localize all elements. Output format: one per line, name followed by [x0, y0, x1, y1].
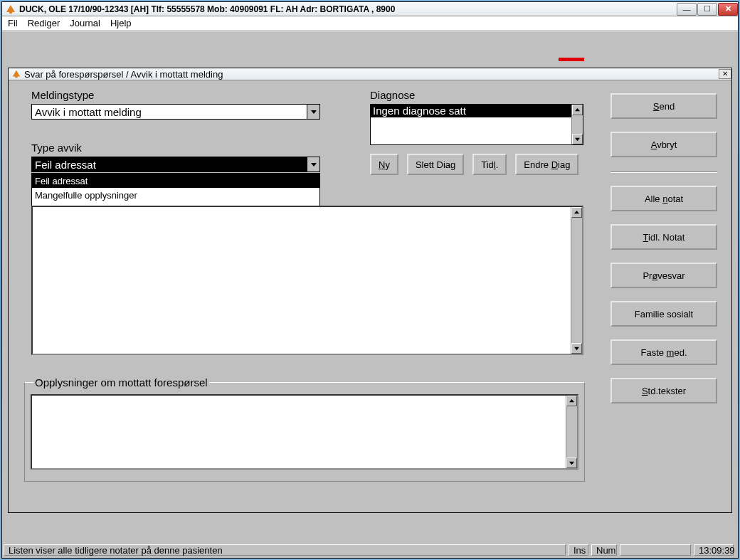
opplysninger-group: Opplysninger om mottatt forespørsel: [24, 376, 585, 482]
scroll-down-icon[interactable]: [566, 458, 577, 468]
dialog-icon: [11, 69, 21, 79]
textarea-scrollbar[interactable]: [571, 207, 582, 354]
diagnose-list[interactable]: Ingen diagnose satt: [370, 104, 583, 145]
meldingstype-value: Avvik i mottatt melding: [32, 106, 142, 118]
status-time: 13:09:39: [694, 544, 734, 556]
app-icon: [5, 4, 16, 15]
scroll-down-icon[interactable]: [571, 343, 582, 354]
provesvar-button[interactable]: Prøvesvar: [610, 263, 717, 288]
menu-fil[interactable]: Fil: [8, 18, 18, 28]
separator: [610, 171, 717, 173]
scroll-down-icon[interactable]: [572, 134, 583, 144]
alle-notat-button[interactable]: Alle notat: [610, 186, 717, 211]
scroll-up-icon[interactable]: [572, 105, 583, 115]
dropdown-arrow-icon: [307, 105, 319, 119]
dropdown-arrow-icon: [307, 157, 319, 171]
familie-sosialt-button[interactable]: Familie sosialt: [610, 301, 717, 327]
right-button-column: Send Avbryt Alle notat Tidl. Notat Prøve…: [610, 93, 717, 416]
avbryt-button[interactable]: Avbryt: [610, 132, 717, 157]
main-textarea[interactable]: [31, 206, 583, 355]
dialog-window: Svar på forespørspørsel / Avvik i mottat…: [8, 68, 732, 513]
typeavvik-select[interactable]: Feil adressat: [31, 157, 320, 172]
diagnose-label: Diagnose: [370, 89, 583, 101]
maximize-button[interactable]: ☐: [697, 3, 717, 16]
scroll-up-icon[interactable]: [566, 396, 577, 406]
red-accent: [559, 58, 584, 61]
opplysninger-label: Opplysninger om mottatt forespørsel: [33, 376, 209, 389]
statusbar: Listen viser alle tidligere notater på d…: [4, 544, 736, 556]
meldingstype-select[interactable]: Avvik i mottatt melding: [31, 104, 320, 120]
slett-diag-button[interactable]: Slett Diag: [407, 154, 464, 175]
typeavvik-option[interactable]: Feil adressat: [32, 174, 319, 188]
status-num: Num: [591, 544, 617, 556]
status-text: Listen viser alle tidligere notater på d…: [4, 544, 566, 556]
minimize-button[interactable]: —: [677, 3, 697, 16]
toolbar: [2, 31, 738, 56]
menubar: Fil Rediger Journal Hjelp: [2, 16, 738, 31]
scroll-up-icon[interactable]: [571, 207, 582, 218]
diagnose-entry[interactable]: Ingen diagnose satt: [371, 105, 583, 117]
dialog-close-button[interactable]: ✕: [719, 69, 731, 79]
menu-journal[interactable]: Journal: [70, 18, 100, 28]
send-button[interactable]: Send: [610, 93, 717, 119]
menu-rediger[interactable]: Rediger: [28, 18, 60, 28]
dialog-content: Meldingstype Avvik i mottatt melding Typ…: [9, 80, 731, 512]
menu-hjelp[interactable]: Hjelp: [110, 18, 132, 28]
opplysninger-scrollbar[interactable]: [566, 396, 577, 468]
window-controls: — ☐ ✕: [676, 3, 738, 16]
status-ins: Ins: [569, 544, 588, 556]
main-titlebar[interactable]: DUCK, OLE 17/10/90-12343 [AH] Tlf: 55555…: [2, 2, 738, 16]
meldingstype-label: Meldingstype: [31, 89, 320, 101]
typeavvik-label: Type avvik: [31, 142, 320, 154]
typeavvik-option[interactable]: Mangelfulle opplysninger: [32, 188, 319, 202]
diagnose-scrollbar[interactable]: [571, 105, 583, 144]
status-blank: [620, 544, 691, 556]
close-button[interactable]: ✕: [718, 3, 738, 16]
tidl-button[interactable]: Tidl.: [472, 154, 507, 175]
typeavvik-value: Feil adressat: [32, 157, 307, 171]
main-window: DUCK, OLE 17/10/90-12343 [AH] Tlf: 55555…: [1, 1, 739, 559]
dialog-titlebar[interactable]: Svar på forespørspørsel / Avvik i mottat…: [9, 68, 731, 80]
std-tekster-button[interactable]: Std.tekster: [610, 378, 717, 403]
dialog-title: Svar på forespørspørsel / Avvik i mottat…: [24, 69, 223, 80]
opplysninger-textarea[interactable]: [31, 394, 578, 470]
endre-diag-button[interactable]: Endre Diag: [515, 154, 578, 175]
ny-button[interactable]: Ny: [370, 154, 398, 175]
tidl-notat-button[interactable]: Tidl. Notat: [610, 224, 717, 250]
window-title: DUCK, OLE 17/10/90-12343 [AH] Tlf: 55555…: [19, 4, 395, 14]
faste-med-button[interactable]: Faste med.: [610, 339, 717, 365]
